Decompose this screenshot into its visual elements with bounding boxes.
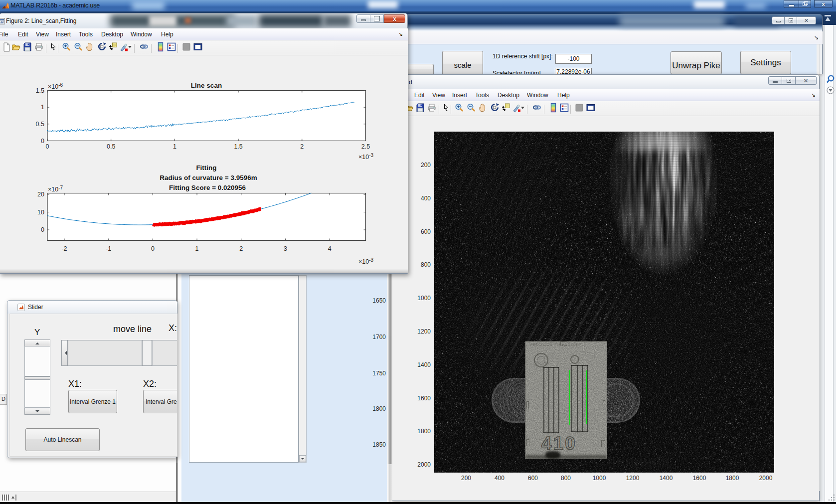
svg-text:-2: -2 (61, 245, 67, 252)
svg-text:0.5: 0.5 (36, 121, 44, 128)
svg-text:×10-7: ×10-7 (48, 185, 63, 193)
svg-text:0.5: 0.5 (107, 143, 115, 150)
svg-text:0: 0 (41, 226, 44, 233)
svg-text:1: 1 (173, 143, 176, 150)
svg-text:10: 10 (37, 209, 44, 216)
svg-text:×10-3: ×10-3 (358, 257, 374, 265)
svg-text:0: 0 (46, 143, 49, 150)
svg-text:3: 3 (284, 245, 287, 252)
svg-text:1: 1 (41, 104, 44, 111)
svg-text:×10-6: ×10-6 (48, 82, 63, 90)
svg-text:4: 4 (328, 245, 332, 252)
svg-text:2: 2 (239, 245, 243, 252)
svg-text:Line scan: Line scan (191, 82, 222, 89)
svg-text:0: 0 (151, 245, 155, 252)
svg-text:2.5: 2.5 (361, 143, 370, 150)
svg-text:-1: -1 (106, 245, 111, 252)
svg-text:Fitting: Fitting (196, 164, 216, 171)
svg-text:Radius of curvature = 3.9596m: Radius of curvature = 3.9596m (160, 174, 257, 181)
svg-text:×10-3: ×10-3 (358, 153, 374, 161)
svg-text:1.5: 1.5 (36, 87, 44, 94)
svg-text:0: 0 (41, 138, 44, 145)
svg-text:1: 1 (195, 245, 199, 252)
svg-text:1.5: 1.5 (234, 143, 242, 150)
svg-text:Fitting Score = 0.020956: Fitting Score = 0.020956 (169, 184, 246, 191)
svg-text:20: 20 (37, 191, 44, 198)
svg-text:2: 2 (300, 143, 304, 150)
